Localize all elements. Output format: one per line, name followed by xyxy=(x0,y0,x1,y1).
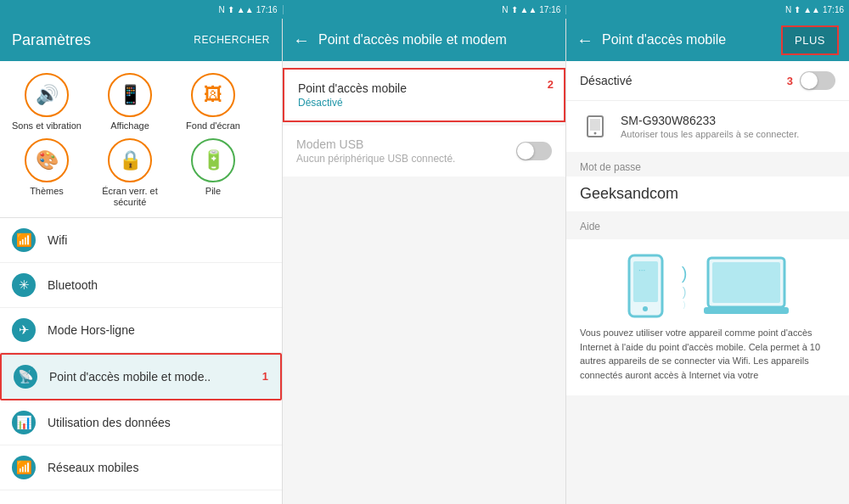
usb-option[interactable]: Modem USB Aucun périphérique USB connect… xyxy=(283,126,565,176)
plus-button[interactable]: PLUS xyxy=(781,25,839,55)
hotspot-menu-icon: 📡 xyxy=(14,365,37,389)
icon-themes[interactable]: 🎨 Thèmes xyxy=(8,138,85,208)
usb-toggle[interactable] xyxy=(516,142,552,160)
help-section-header: Aide xyxy=(566,214,849,239)
device-info: SM-G930W86233 Autoriser tous les apparei… xyxy=(621,114,799,139)
wifi-icon: 📶 xyxy=(12,228,36,252)
password-value: Geeksandcom xyxy=(566,176,849,211)
ecran-label: Écran verr. et sécurité xyxy=(92,186,168,208)
themes-label: Thèmes xyxy=(30,186,64,197)
device-section: SM-G930W86233 Autoriser tous les apparei… xyxy=(566,101,849,152)
affichage-icon: 📱 xyxy=(108,73,152,117)
device-desc: Autoriser tous les appareils à se connec… xyxy=(621,129,799,139)
detail-header-title: Point d'accès mobile xyxy=(602,32,773,48)
fond-label: Fond d'écran xyxy=(186,120,240,132)
svg-rect-4 xyxy=(633,261,658,302)
svg-rect-9 xyxy=(704,307,789,314)
time-mid: 17:16 xyxy=(539,5,560,14)
illustration-graphic: ··· ) ) ) xyxy=(627,253,790,319)
svg-rect-1 xyxy=(590,119,600,131)
hotspot-menu-label: Point d'accès mobile et mode.. xyxy=(49,370,211,384)
status-bar: N ⬆ ▲▲ 17:16 N ⬆ ▲▲ 17:16 N ⬆ ▲▲ 17:16 xyxy=(0,0,849,19)
panel-detail: ← Point d'accès mobile PLUS Désactivé 3 xyxy=(566,19,849,504)
usb-title: Modem USB xyxy=(296,137,455,151)
illustration-text: Vous pouvez utiliser votre appareil comm… xyxy=(580,326,835,382)
menu-badge-1: 1 xyxy=(262,370,268,383)
svg-point-2 xyxy=(594,132,597,135)
sig-icon3: ▲▲ xyxy=(803,5,820,14)
password-header: Mot de passe xyxy=(566,154,849,176)
password-section: Mot de passe Geeksandcom xyxy=(566,154,849,211)
status-badge-3: 3 xyxy=(787,75,793,87)
status-mid: N ⬆ ▲▲ 17:16 xyxy=(284,5,567,14)
pile-icon: 🔋 xyxy=(191,138,235,182)
status-right: N ⬆ ▲▲ 17:16 xyxy=(566,5,849,14)
svg-text:···: ··· xyxy=(638,266,645,275)
svg-rect-8 xyxy=(712,262,780,303)
settings-menu: 📶 Wifi ✳ Bluetooth ✈ Mode Hors-ligne 📡 P… xyxy=(0,218,282,504)
net-icon: ⬆ xyxy=(228,5,234,14)
menu-wifi[interactable]: 📶 Wifi xyxy=(0,218,282,263)
menu-reseaux[interactable]: 📶 Réseaux mobiles xyxy=(0,445,282,490)
hotspot-header-title: Point d'accès mobile et modem xyxy=(318,32,507,48)
svg-point-5 xyxy=(643,306,648,311)
mode-icon: ✈ xyxy=(12,318,36,342)
search-button[interactable]: RECHERCHER xyxy=(194,34,270,46)
hotspot-option-subtitle: Désactivé xyxy=(298,97,550,109)
settings-header: Paramètres RECHERCHER xyxy=(0,19,282,61)
sig-icon2: ▲▲ xyxy=(520,5,537,14)
hotspot-option-title: Point d'accès mobile xyxy=(298,81,550,95)
usage-label: Utilisation des données xyxy=(48,416,171,429)
mode-label: Mode Hors-ligne xyxy=(48,323,135,337)
bt-icon: N xyxy=(219,5,225,14)
mobile-hotspot-option[interactable]: Point d'accès mobile Désactivé 2 xyxy=(283,68,565,122)
detail-header: ← Point d'accès mobile PLUS xyxy=(566,19,849,61)
time-right: 17:16 xyxy=(823,5,844,14)
phone-svg: ··· xyxy=(627,253,665,319)
icon-fond[interactable]: 🖼 Fond d'écran xyxy=(175,73,251,132)
icon-sons[interactable]: 🔊 Sons et vibration xyxy=(8,73,85,132)
bluetooth-icon: ✳ xyxy=(12,273,36,297)
menu-bluetooth[interactable]: ✳ Bluetooth xyxy=(0,263,282,308)
wifi-waves: ) ) ) xyxy=(682,264,688,309)
sig-icon: ▲▲ xyxy=(237,5,254,14)
menu-mode[interactable]: ✈ Mode Hors-ligne xyxy=(0,308,282,353)
ecran-icon: 🔒 xyxy=(108,138,152,182)
device-row[interactable]: SM-G930W86233 Autoriser tous les apparei… xyxy=(566,101,849,152)
bt-icon3: N xyxy=(785,5,791,14)
menu-hotspot[interactable]: 📡 Point d'accès mobile et mode.. 1 xyxy=(0,353,282,400)
panel-hotspot: ← Point d'accès mobile et modem Point d'… xyxy=(283,19,566,504)
usage-icon: 📊 xyxy=(12,411,36,434)
back-arrow-2[interactable]: ← xyxy=(293,31,310,50)
panel-settings: Paramètres RECHERCHER 🔊 Sons et vibratio… xyxy=(0,19,283,504)
menu-usage[interactable]: 📊 Utilisation des données xyxy=(0,400,282,445)
status-left: N ⬆ ▲▲ 17:16 xyxy=(0,5,284,14)
sons-icon: 🔊 xyxy=(25,73,69,117)
icon-ecran[interactable]: 🔒 Écran verr. et sécurité xyxy=(92,138,168,208)
bluetooth-label: Bluetooth xyxy=(48,278,98,292)
settings-icon-grid: 🔊 Sons et vibration 📱 Affichage 🖼 Fond d… xyxy=(0,61,282,218)
badge-2: 2 xyxy=(548,78,554,91)
status-toggle-knob xyxy=(801,72,818,89)
bt-icon2: N xyxy=(502,5,508,14)
back-arrow-3[interactable]: ← xyxy=(576,31,593,50)
affichage-label: Affichage xyxy=(110,120,149,132)
illustration: ··· ) ) ) xyxy=(566,239,849,395)
reseaux-label: Réseaux mobiles xyxy=(48,461,138,474)
wifi-label: Wifi xyxy=(48,233,67,247)
time-left: 17:16 xyxy=(256,5,278,14)
hotspot-header: ← Point d'accès mobile et modem xyxy=(283,19,565,61)
icon-affichage[interactable]: 📱 Affichage xyxy=(92,73,168,132)
settings-title: Paramètres xyxy=(12,31,91,49)
device-name: SM-G930W86233 xyxy=(621,114,799,127)
laptop-svg xyxy=(704,255,789,316)
icon-pile[interactable]: 🔋 Pile xyxy=(175,138,251,208)
themes-icon: 🎨 xyxy=(25,138,69,182)
status-label: Désactivé xyxy=(580,74,632,87)
sons-label: Sons et vibration xyxy=(12,120,82,132)
status-row: Désactivé 3 xyxy=(566,61,849,101)
status-toggle[interactable] xyxy=(800,71,835,90)
net-icon2: ⬆ xyxy=(511,5,518,14)
toggle-knob xyxy=(517,143,534,160)
pile-label: Pile xyxy=(205,186,221,197)
